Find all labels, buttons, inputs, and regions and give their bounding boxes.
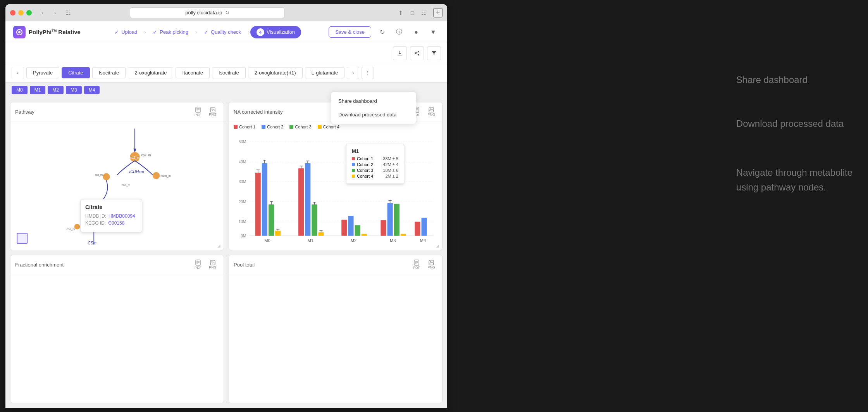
- app-toolbar: Share dashboard Download processed data: [5, 43, 447, 63]
- metabolite-tab-citrate[interactable]: Citrate: [62, 67, 90, 78]
- legend-cohort3: Cohort 3: [289, 125, 311, 129]
- isotope-m3[interactable]: M3: [66, 86, 82, 94]
- url-text: polly.elucidata.io: [185, 10, 222, 16]
- step-visualization[interactable]: 4 Visualization: [250, 26, 301, 38]
- traffic-lights: [10, 10, 32, 16]
- share-icon[interactable]: ⬆: [396, 8, 405, 17]
- sidebar-toggle[interactable]: ☷: [64, 8, 73, 17]
- step-check-icon: ✓: [153, 29, 157, 35]
- tooltip-row-cohort3: Cohort 3 18M ± 6: [352, 168, 398, 173]
- metabolite-more-button[interactable]: ⋮: [362, 67, 374, 79]
- svg-rect-55: [262, 163, 267, 236]
- extensions-icon[interactable]: ☷: [419, 8, 429, 17]
- metabolite-tab-isocitrate2[interactable]: Isocitrate: [212, 67, 246, 78]
- fractional-panel: Fractional enrichment PDF PNG: [10, 255, 224, 403]
- pathway-pdf-button[interactable]: PDF: [192, 106, 204, 117]
- isotope-m0[interactable]: M0: [12, 86, 28, 94]
- svg-text:co2_m: co2_m: [141, 154, 151, 157]
- logo-icon: [13, 26, 26, 38]
- tooltip-row-cohort1: Cohort 1 38M ± 5: [352, 156, 398, 161]
- svg-point-5: [415, 52, 416, 54]
- filter-toolbar-button[interactable]: [427, 46, 441, 60]
- metabolite-next-button[interactable]: ›: [347, 67, 359, 79]
- hmdb-label: HMDB ID:: [85, 213, 106, 219]
- minimize-button[interactable]: [18, 10, 24, 16]
- fractional-pdf-button[interactable]: PDF: [192, 259, 204, 270]
- tooltip-dot-cohort1: [352, 157, 355, 160]
- pathway-panel: Pathway PDF PNG: [10, 102, 224, 250]
- metabolite-tab-lglutamate[interactable]: L-glutamate: [305, 67, 345, 78]
- svg-text:nad_m: nad_m: [122, 183, 130, 187]
- tooltip-row-cohort4: Cohort 4 2M ± 2: [352, 174, 398, 178]
- legend-dot-cohort3: [289, 125, 293, 129]
- pool-pdf-button[interactable]: PDF: [410, 259, 423, 270]
- fractional-png-button[interactable]: PNG: [207, 259, 219, 270]
- pool-panel: Pool total PDF PNG: [229, 255, 443, 403]
- pathway-png-button[interactable]: PNG: [207, 106, 219, 117]
- download-processed-data-menu-item[interactable]: Download processed data: [331, 108, 416, 121]
- help-icon[interactable]: ⓘ: [393, 26, 405, 38]
- share-dashboard-menu-item[interactable]: Share dashboard: [331, 94, 416, 108]
- svg-point-31: [74, 224, 80, 230]
- svg-text:M2: M2: [351, 238, 356, 243]
- save-close-button[interactable]: Save & close: [329, 26, 371, 38]
- step-quality-check[interactable]: ✓ Quality check: [198, 27, 247, 38]
- metabolite-tab-isocitrate1[interactable]: Isocitrate: [92, 67, 126, 78]
- history-icon[interactable]: ↻: [376, 26, 388, 38]
- svg-rect-84: [388, 203, 393, 236]
- chart-png-button[interactable]: PNG: [425, 106, 437, 117]
- svg-text:20M: 20M: [239, 200, 246, 204]
- svg-text:icit_m: icit_m: [95, 173, 103, 177]
- menu-dropdown-icon[interactable]: ▼: [427, 26, 439, 38]
- forward-button[interactable]: ›: [50, 8, 60, 17]
- svg-rect-80: [355, 225, 360, 236]
- legend-dot-cohort4: [318, 125, 322, 129]
- chart-tooltip-title: M1: [352, 148, 398, 154]
- dropdown-menu: Share dashboard Download processed data: [331, 92, 416, 124]
- back-button[interactable]: ‹: [37, 8, 48, 17]
- metabolite-tab-2oxoglutarate-rt1[interactable]: 2-oxoglutarate(rt1): [248, 67, 303, 78]
- reload-icon[interactable]: ↻: [225, 10, 229, 16]
- tooltip-dot-cohort3: [352, 169, 355, 172]
- legend-cohort2: Cohort 2: [262, 125, 283, 129]
- user-icon[interactable]: ●: [410, 26, 422, 38]
- legend-dot-cohort2: [262, 125, 265, 129]
- isotope-m2[interactable]: M2: [48, 86, 64, 94]
- metabolite-prev-button[interactable]: ‹: [12, 67, 24, 79]
- svg-line-8: [416, 54, 418, 54]
- svg-point-99: [212, 261, 213, 263]
- svg-rect-58: [269, 204, 274, 236]
- svg-point-39: [430, 109, 431, 110]
- svg-rect-78: [341, 220, 347, 235]
- pathway-tooltip: Citrate HMDB ID: HMDB00094 KEGG ID: C001…: [80, 199, 142, 232]
- svg-rect-81: [362, 234, 367, 236]
- pool-png-button[interactable]: PNG: [425, 259, 437, 270]
- metabolite-tab-pyruvate[interactable]: Pyruvate: [26, 67, 59, 78]
- chart-resize-handle: ◢: [436, 244, 441, 248]
- chart-area: Cohort 1 Cohort 2 Cohort 3 Cohort 4: [229, 121, 442, 250]
- metabolite-tab-2oxoglutarate[interactable]: 2-oxoglutarate: [128, 67, 173, 78]
- download-toolbar-button[interactable]: [393, 46, 407, 60]
- legend-dot-cohort1: [234, 125, 238, 129]
- isotope-m4[interactable]: M4: [84, 86, 100, 94]
- hmdb-value: HMDB00094: [108, 213, 135, 219]
- maximize-button[interactable]: [26, 10, 32, 16]
- bar-chart-svg[interactable]: 50M 40M 30M 20M 10M 0M: [234, 132, 437, 247]
- step-check-icon: ✓: [114, 29, 119, 35]
- svg-point-4: [418, 51, 419, 52]
- close-button[interactable]: [10, 10, 16, 16]
- share-toolbar-button[interactable]: [410, 46, 424, 60]
- fractional-panel-header: Fractional enrichment PDF PNG: [10, 255, 224, 274]
- duplicate-icon[interactable]: □: [408, 8, 417, 17]
- address-bar[interactable]: polly.elucidata.io ↻: [130, 7, 285, 18]
- step-upload[interactable]: ✓ Upload: [108, 27, 143, 38]
- isotope-m1[interactable]: M1: [30, 86, 46, 94]
- workflow-steps: ✓ Upload › ✓ Peak picking › ✓ Quality ch…: [87, 26, 322, 38]
- new-tab-button[interactable]: +: [433, 8, 443, 17]
- kegg-value: C00158: [108, 220, 124, 226]
- step-peak-picking[interactable]: ✓ Peak picking: [146, 27, 195, 38]
- metabolite-tab-itaconate[interactable]: Itaconate: [176, 67, 210, 78]
- sidebar-hints: Share dashboard Download processed data …: [736, 70, 852, 195]
- svg-rect-79: [348, 216, 353, 236]
- svg-text:CSm: CSm: [88, 241, 96, 245]
